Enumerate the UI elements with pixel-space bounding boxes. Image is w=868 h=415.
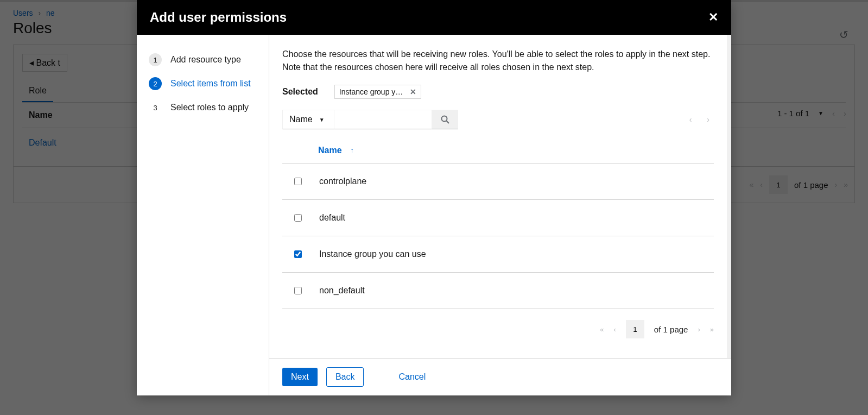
column-name: Name — [318, 146, 342, 155]
modal-footer: Next Back Cancel — [269, 358, 731, 395]
selected-row: Selected Instance group you ca... ✕ — [282, 85, 714, 99]
list-item[interactable]: default — [282, 200, 714, 236]
next-button[interactable]: Next — [282, 368, 318, 386]
next-page-icon[interactable]: › — [707, 115, 709, 124]
list-item[interactable]: Instance group you can use — [282, 236, 714, 273]
item-checkbox[interactable] — [294, 214, 302, 222]
sort-asc-icon: ↑ — [351, 147, 354, 154]
caret-down-icon: ▼ — [319, 117, 325, 123]
wizard-step-number: 1 — [149, 53, 162, 66]
list-item[interactable]: non_default — [282, 273, 714, 309]
wizard-step-label: Select items from list — [170, 79, 251, 89]
page-number-input[interactable] — [626, 320, 644, 338]
modal-header: Add user permissions ✕ — [137, 0, 731, 35]
of-page-label: of 1 page — [654, 325, 688, 334]
wizard-step-number: 2 — [149, 77, 162, 90]
back-button[interactable]: Back — [326, 367, 364, 387]
wizard-step-2[interactable]: 2 Select items from list — [137, 72, 269, 96]
svg-point-0 — [441, 116, 447, 122]
next-page-icon[interactable]: › — [698, 325, 700, 334]
add-permissions-modal: Add user permissions ✕ 1 Add resource ty… — [137, 0, 731, 395]
item-checkbox[interactable] — [294, 287, 302, 294]
item-checkbox[interactable] — [294, 178, 302, 185]
search-row: Name ▼ ‹ › — [282, 110, 714, 129]
modal-title: Add user permissions — [150, 10, 287, 25]
search-field-dropdown[interactable]: Name ▼ — [282, 110, 334, 129]
prev-page-icon[interactable]: ‹ — [689, 115, 692, 124]
wizard-step-3[interactable]: 3 Select roles to apply — [137, 96, 269, 120]
compact-pager: ‹ › — [689, 115, 714, 124]
wizard-step-number: 3 — [149, 101, 162, 114]
list-header[interactable]: Name ↑ — [282, 138, 714, 164]
wizard-step-1[interactable]: 1 Add resource type — [137, 48, 269, 72]
item-name: default — [319, 213, 345, 223]
selected-label: Selected — [282, 87, 318, 97]
search-icon — [441, 115, 449, 124]
wizard-content: Choose the resources that will be receiv… — [269, 35, 731, 358]
search-button[interactable] — [432, 110, 458, 129]
wizard-step-label: Select roles to apply — [170, 103, 249, 112]
cancel-button[interactable]: Cancel — [390, 368, 434, 386]
selected-chip: Instance group you ca... ✕ — [334, 85, 421, 99]
list-item[interactable]: controlplane — [282, 164, 714, 200]
help-text: Choose the resources that will be receiv… — [282, 48, 714, 74]
item-name: Instance group you can use — [319, 249, 426, 259]
chip-text: Instance group you ca... — [339, 87, 404, 96]
wizard-step-label: Add resource type — [170, 55, 241, 65]
wizard-nav: 1 Add resource type 2 Select items from … — [137, 35, 269, 358]
list-footer-pagination: « ‹ of 1 page › » — [282, 309, 714, 343]
search-input[interactable] — [334, 110, 432, 129]
first-page-icon[interactable]: « — [600, 325, 604, 334]
modal-overlay: Add user permissions ✕ 1 Add resource ty… — [0, 0, 868, 415]
item-checkbox[interactable] — [294, 250, 302, 258]
svg-line-1 — [446, 121, 449, 124]
prev-page-icon[interactable]: ‹ — [614, 325, 616, 334]
search-field-label: Name — [289, 115, 313, 124]
close-icon[interactable]: ✕ — [708, 10, 718, 24]
item-name: controlplane — [319, 177, 366, 186]
search-group: Name ▼ — [282, 110, 458, 129]
chip-remove-icon[interactable]: ✕ — [410, 87, 416, 96]
item-name: non_default — [319, 286, 365, 295]
last-page-icon[interactable]: » — [710, 325, 714, 334]
